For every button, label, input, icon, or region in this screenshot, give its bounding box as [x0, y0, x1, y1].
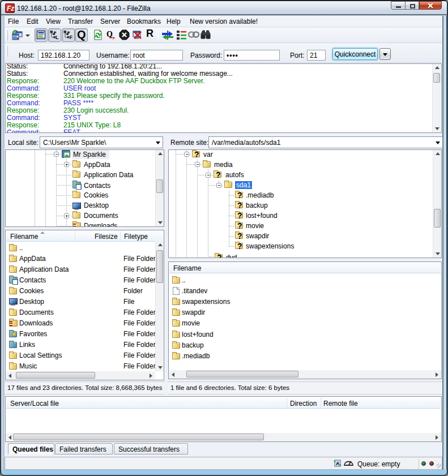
svg-text:L: L: [56, 35, 59, 40]
svg-text:Q: Q: [106, 30, 113, 38]
svg-text:F: F: [70, 35, 73, 40]
svg-text:A: A: [336, 461, 340, 466]
